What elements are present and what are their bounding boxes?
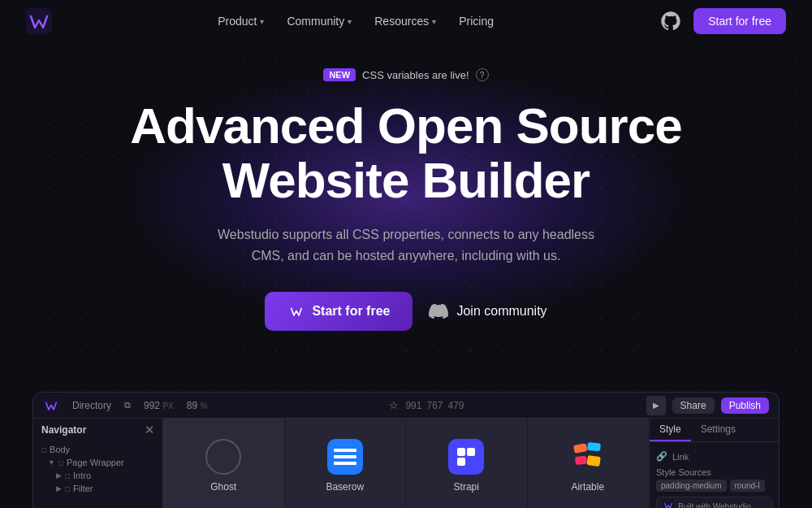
chevron-icon: ▶ (56, 484, 62, 493)
w-icon (287, 302, 305, 320)
editor-right-tabs: Style Settings (650, 419, 779, 442)
built-with-logo-icon (663, 500, 674, 508)
svg-rect-5 (457, 448, 465, 456)
cms-card-strapi[interactable]: Strapi (406, 419, 528, 508)
nav-pricing[interactable]: Pricing (449, 10, 503, 33)
svg-rect-6 (467, 448, 475, 456)
tree-item-filter[interactable]: ▶ □ Filter (38, 482, 158, 495)
editor-width: 992 PX (144, 400, 174, 411)
nav-resources[interactable]: Resources ▾ (365, 10, 446, 33)
publish-button[interactable]: Publish (721, 397, 769, 414)
nav-product[interactable]: Product ▾ (208, 10, 274, 33)
editor-preview: Directory ⧉ 992 PX 89 % ☆ 991 767 479 ▶ … (32, 392, 780, 508)
chevron-icon: ▶ (56, 471, 62, 480)
star-icon: ☆ (389, 399, 399, 411)
navigator-tree: □ Body ▼ □ Page Wrapper ▶ □ Intro ▶ □ Fi… (33, 441, 162, 497)
cms-card-airtable[interactable]: Airtable (528, 419, 650, 508)
badge-new-label: New (323, 68, 356, 81)
svg-rect-9 (587, 442, 601, 451)
editor-body: Navigator ✕ □ Body ▼ □ Page Wrapper ▶ □ … (33, 419, 779, 508)
editor-right-body: 🔗 Link Style Sources padding-medium roun… (650, 442, 779, 508)
nav-start-free-button[interactable]: Start for free (693, 8, 786, 34)
tree-item-body[interactable]: □ Body (38, 443, 158, 456)
box-icon: □ (58, 458, 63, 467)
built-with-webstudio: Built with Webstudio (656, 497, 772, 508)
badge-info-icon[interactable]: ? (476, 68, 489, 81)
navbar: Product ▾ Community ▾ Resources ▾ Pricin… (0, 0, 812, 42)
directory-label: Directory (72, 400, 111, 411)
editor-zoom: 89 % (187, 400, 208, 411)
svg-rect-2 (334, 449, 356, 452)
close-icon[interactable]: ✕ (145, 423, 154, 436)
ghost-name: Ghost (210, 481, 236, 493)
hero-start-free-button[interactable]: Start for free (265, 292, 412, 331)
built-with-badge: Built with Webstudio (656, 497, 772, 508)
style-chip-round[interactable]: round-l (730, 480, 765, 492)
editor-toolbar: Directory ⧉ 992 PX 89 % ☆ 991 767 479 ▶ … (33, 393, 779, 419)
svg-rect-7 (457, 458, 465, 466)
chevron-down-icon: ▾ (348, 17, 352, 26)
hero-subtitle: Webstudio supports all CSS properties, c… (211, 224, 601, 266)
nav-right: Start for free (659, 8, 786, 34)
link-row: 🔗 Link (656, 449, 772, 464)
chevron-down-icon: ▾ (432, 17, 436, 26)
nav-community[interactable]: Community ▾ (277, 10, 361, 33)
ghost-logo (205, 439, 241, 475)
hero-cta-group: Start for free Join community (265, 292, 546, 331)
svg-rect-12 (663, 500, 674, 508)
github-icon[interactable] (659, 10, 682, 33)
tab-settings[interactable]: Settings (691, 419, 745, 441)
hero-join-community-button[interactable]: Join community (429, 302, 546, 321)
nav-links: Product ▾ Community ▾ Resources ▾ Pricin… (208, 10, 503, 33)
editor-toolbar-right: ▶ Share Publish (646, 396, 769, 415)
discord-icon (429, 302, 448, 321)
editor-copy-icon[interactable]: ⧉ (124, 400, 131, 410)
cms-cards-list: Ghost Baserow (163, 419, 649, 508)
play-button[interactable]: ▶ (646, 396, 666, 415)
strapi-name: Strapi (454, 481, 479, 493)
svg-rect-3 (334, 455, 356, 458)
editor-right-panel: Style Settings 🔗 Link Style Sources padd… (649, 419, 779, 508)
box-icon: □ (65, 484, 70, 493)
editor-left-panel: Navigator ✕ □ Body ▼ □ Page Wrapper ▶ □ … (33, 419, 163, 508)
svg-rect-11 (586, 455, 601, 467)
badge-text: CSS variables are live! (362, 69, 469, 81)
svg-rect-10 (575, 455, 587, 464)
box-icon: □ (65, 471, 70, 480)
hero-section: New CSS variables are live! ? Advanced O… (0, 42, 812, 392)
airtable-logo (570, 439, 606, 475)
hero-title: Advanced Open Source Website Builder (130, 99, 681, 208)
chevron-down-icon: ▾ (260, 17, 264, 26)
strapi-logo (448, 439, 484, 475)
airtable-name: Airtable (571, 481, 604, 493)
logo-icon (26, 8, 52, 34)
tree-item-intro[interactable]: ▶ □ Intro (38, 469, 158, 482)
style-chips: padding-medium round-l (656, 480, 772, 492)
tree-item-page-wrapper[interactable]: ▼ □ Page Wrapper (38, 456, 158, 469)
svg-rect-4 (334, 462, 356, 465)
announcement-badge: New CSS variables are live! ? (323, 68, 488, 81)
baserow-name: Baserow (326, 481, 364, 493)
svg-rect-8 (573, 443, 587, 454)
share-button[interactable]: Share (672, 397, 715, 414)
link-icon: 🔗 (656, 451, 667, 462)
cms-card-ghost[interactable]: Ghost (163, 419, 285, 508)
navigator-header: Navigator ✕ (33, 419, 162, 441)
style-chip-padding[interactable]: padding-medium (656, 480, 727, 492)
logo[interactable] (26, 8, 52, 34)
editor-toolbar-center: ☆ 991 767 479 (389, 399, 464, 411)
tab-style[interactable]: Style (650, 419, 691, 441)
chevron-icon: ▼ (48, 458, 55, 467)
style-sources-label: Style Sources (656, 464, 772, 480)
editor-canvas: Ghost Baserow (163, 419, 649, 508)
box-icon: □ (41, 445, 46, 454)
cms-card-baserow[interactable]: Baserow (285, 419, 407, 508)
editor-breakpoints: 991 767 479 (405, 400, 464, 411)
editor-logo-icon (43, 397, 59, 414)
baserow-logo (327, 439, 363, 475)
